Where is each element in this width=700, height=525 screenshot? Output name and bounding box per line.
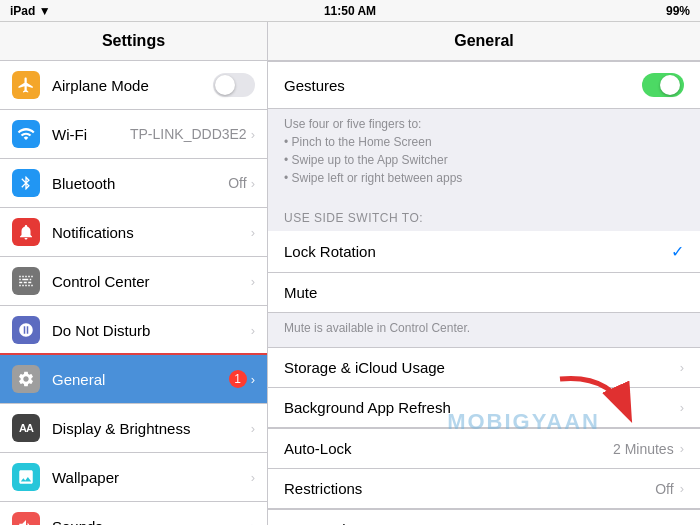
section-storage-section: Storage & iCloud Usage›Background App Re… [268, 347, 700, 428]
sidebar-item-control-center[interactable]: Control Center› [0, 257, 267, 306]
display-brightness-icon: AA [12, 414, 40, 442]
row-gestures[interactable]: Gestures [268, 61, 700, 109]
sidebar-title: Settings [0, 22, 267, 61]
wifi-chevron: › [251, 127, 255, 142]
display-brightness-label: Display & Brightness [52, 420, 251, 437]
notifications-label: Notifications [52, 224, 251, 241]
sidebar-items-list: Airplane ModeWi-FiTP-LINK_DDD3E2›Bluetoo… [0, 61, 267, 525]
airplane-mode-icon [12, 71, 40, 99]
date-time-label: Date & Time [284, 521, 680, 525]
notifications-icon [12, 218, 40, 246]
wifi-value: TP-LINK_DDD3E2 [130, 126, 247, 142]
row-storage-icloud[interactable]: Storage & iCloud Usage› [268, 347, 700, 388]
sidebar-item-airplane-mode[interactable]: Airplane Mode [0, 61, 267, 110]
background-refresh-chevron: › [680, 400, 684, 415]
wallpaper-icon [12, 463, 40, 491]
sidebar-item-do-not-disturb[interactable]: Do Not Disturb› [0, 306, 267, 355]
status-time: 11:50 AM [324, 4, 376, 18]
row-date-time[interactable]: Date & Time› [268, 509, 700, 525]
control-center-icon [12, 267, 40, 295]
section-gestures-section: GesturesUse four or five fingers to:• Pi… [268, 61, 700, 197]
auto-lock-chevron: › [680, 441, 684, 456]
section-autolock-section: Auto-Lock2 Minutes›RestrictionsOff› [268, 428, 700, 509]
wifi-label: Wi-Fi [52, 126, 130, 143]
wallpaper-chevron: › [251, 470, 255, 485]
section-footer-side-switch-section: Mute is available in Control Center. [268, 313, 700, 347]
general-icon [12, 365, 40, 393]
bluetooth-icon [12, 169, 40, 197]
bluetooth-chevron: › [251, 176, 255, 191]
restrictions-chevron: › [680, 481, 684, 496]
status-ipad-label: iPad ▼ [10, 4, 51, 18]
gestures-label: Gestures [284, 77, 642, 94]
sidebar-item-wallpaper[interactable]: Wallpaper› [0, 453, 267, 502]
storage-icloud-chevron: › [680, 360, 684, 375]
sounds-chevron: › [251, 519, 255, 526]
sidebar-item-display-brightness[interactable]: AADisplay & Brightness› [0, 404, 267, 453]
do-not-disturb-label: Do Not Disturb [52, 322, 251, 339]
mute-label: Mute [284, 284, 684, 301]
sidebar: Settings Airplane ModeWi-FiTP-LINK_DDD3E… [0, 22, 268, 525]
control-center-chevron: › [251, 274, 255, 289]
bluetooth-label: Bluetooth [52, 175, 228, 192]
background-refresh-label: Background App Refresh [284, 399, 680, 416]
restrictions-value: Off [655, 481, 673, 497]
bluetooth-value: Off [228, 175, 246, 191]
do-not-disturb-chevron: › [251, 323, 255, 338]
storage-icloud-label: Storage & iCloud Usage [284, 359, 680, 376]
auto-lock-value: 2 Minutes [613, 441, 674, 457]
general-label: General [52, 371, 229, 388]
sidebar-item-notifications[interactable]: Notifications› [0, 208, 267, 257]
section-datetime-section: Date & Time› [268, 509, 700, 525]
section-header-side-switch-section: USE SIDE SWITCH TO: [268, 197, 700, 231]
wifi-icon [12, 120, 40, 148]
lock-rotation-checkmark: ✓ [671, 242, 684, 261]
restrictions-label: Restrictions [284, 480, 655, 497]
sidebar-item-sounds[interactable]: Sounds› [0, 502, 267, 525]
auto-lock-label: Auto-Lock [284, 440, 613, 457]
sounds-icon [12, 512, 40, 525]
sounds-label: Sounds [52, 518, 251, 526]
status-battery: 99% [666, 4, 690, 18]
sidebar-item-bluetooth[interactable]: BluetoothOff› [0, 159, 267, 208]
row-auto-lock[interactable]: Auto-Lock2 Minutes› [268, 428, 700, 469]
row-lock-rotation[interactable]: Lock Rotation✓ [268, 231, 700, 273]
status-bar: iPad ▼ 11:50 AM 99% [0, 0, 700, 22]
airplane-mode-toggle[interactable] [213, 73, 255, 97]
section-footer-gestures-section: Use four or five fingers to:• Pinch to t… [268, 109, 700, 197]
do-not-disturb-icon [12, 316, 40, 344]
section-side-switch-section: USE SIDE SWITCH TO:Lock Rotation✓MuteMut… [268, 197, 700, 347]
general-badge: 1 [229, 370, 247, 388]
lock-rotation-label: Lock Rotation [284, 243, 671, 260]
general-chevron: › [251, 372, 255, 387]
sidebar-item-general[interactable]: General1› [0, 355, 267, 404]
row-mute[interactable]: Mute [268, 273, 700, 313]
control-center-label: Control Center [52, 273, 251, 290]
row-background-refresh[interactable]: Background App Refresh› [268, 388, 700, 428]
content-title: General [268, 22, 700, 61]
row-restrictions[interactable]: RestrictionsOff› [268, 469, 700, 509]
content-panel: General GesturesUse four or five fingers… [268, 22, 700, 525]
wallpaper-label: Wallpaper [52, 469, 251, 486]
gestures-toggle[interactable] [642, 73, 684, 97]
display-brightness-chevron: › [251, 421, 255, 436]
airplane-mode-label: Airplane Mode [52, 77, 213, 94]
notifications-chevron: › [251, 225, 255, 240]
content-sections: GesturesUse four or five fingers to:• Pi… [268, 61, 700, 525]
sidebar-item-wifi[interactable]: Wi-FiTP-LINK_DDD3E2› [0, 110, 267, 159]
